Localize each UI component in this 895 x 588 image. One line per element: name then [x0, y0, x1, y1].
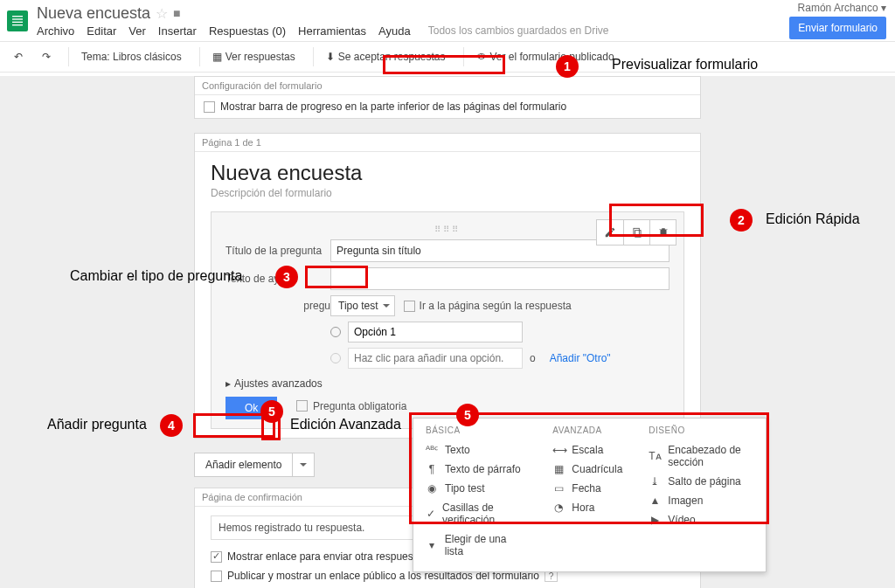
- eye-icon: 👁: [476, 51, 487, 63]
- form-description[interactable]: Descripción del formulario: [211, 187, 684, 199]
- toolbar: ↶ ↷ Tema: Libros clásicos ▦ Ver respuest…: [0, 42, 895, 73]
- adv-icon-3: ◔: [552, 502, 565, 514]
- help-text-input[interactable]: [330, 267, 670, 290]
- accepting-responses-button[interactable]: ⬇ Se aceptan respuestas: [313, 47, 453, 66]
- folder-icon[interactable]: ■: [173, 6, 180, 20]
- view-live-label: Ver el formulario publicado: [490, 51, 614, 63]
- adv-icon-1: ▦: [552, 463, 565, 475]
- edit-button[interactable]: [597, 220, 623, 245]
- add-other-prefix: o: [530, 352, 536, 364]
- menu-item-adv-3[interactable]: ◔Hora: [552, 498, 622, 517]
- question-type-label-cut: pregu: [225, 300, 330, 312]
- progress-bar-label: Mostrar barra de progreso en la parte in…: [220, 100, 566, 113]
- anno-add-question: Añadir pregunta: [47, 417, 147, 432]
- star-icon[interactable]: ☆: [156, 5, 168, 22]
- advanced-label: Ajustes avanzados: [234, 377, 323, 390]
- adv-icon-0: ⟷: [552, 444, 565, 456]
- menu-item-design-3[interactable]: ▶Vídeo: [649, 510, 753, 529]
- page-label: Página 1 de 1: [195, 134, 700, 152]
- send-form-header-button[interactable]: Enviar formulario: [789, 17, 886, 39]
- option-radio-add[interactable]: [330, 353, 341, 363]
- anno-quick-edit: Edición Rápida: [766, 211, 860, 227]
- show-link-label: Mostrar enlace para enviar otra respuest…: [227, 550, 422, 563]
- menu-item-basic-1[interactable]: ¶Texto de párrafo: [426, 460, 526, 479]
- element-type-menu: BÁSICA ᴬᴮᶜTexto¶Texto de párrafo◉Tipo te…: [413, 418, 767, 572]
- option-input-1[interactable]: [348, 322, 523, 342]
- menu-item-basic-2[interactable]: ◉Tipo test: [426, 479, 526, 498]
- question-card: ⠿⠿⠿ Título de la pregunta Texto de ayuda…: [211, 211, 684, 429]
- adv-label-2: Fecha: [572, 482, 600, 495]
- design-header: DISEÑO: [649, 425, 753, 435]
- svg-rect-1: [12, 18, 23, 19]
- menu-bar: Archivo Editar Ver Insertar Respuestas (…: [37, 24, 609, 38]
- design-label-0: Encabezado de sección: [668, 444, 753, 468]
- goto-page-label: Ir a la página según la respuesta: [420, 300, 572, 312]
- canvas: Configuración del formulario Mostrar bar…: [0, 76, 895, 588]
- basic-label-2: Tipo test: [445, 482, 485, 495]
- view-responses-label: Ver respuestas: [225, 51, 295, 63]
- svg-rect-5: [633, 228, 638, 235]
- menu-item-basic-0[interactable]: ᴬᴮᶜTexto: [426, 440, 526, 460]
- advanced-header: AVANZADA: [552, 425, 622, 435]
- menu-herramientas[interactable]: Herramientas: [298, 24, 366, 38]
- add-element-dropdown-arrow[interactable]: [292, 453, 314, 476]
- config-header: Configuración del formulario: [195, 77, 700, 95]
- menu-item-adv-0[interactable]: ⟷Escala: [552, 440, 622, 460]
- doc-title[interactable]: Nueva encuesta ☆ ■: [37, 4, 609, 23]
- adv-label-1: Cuadrícula: [572, 463, 622, 475]
- view-live-form-button[interactable]: 👁 Ver el formulario publicado: [463, 47, 621, 66]
- app-header: Nueva encuesta ☆ ■ Archivo Editar Ver In…: [0, 0, 895, 42]
- option-radio-1[interactable]: [330, 327, 341, 337]
- menu-item-adv-1[interactable]: ▦Cuadrícula: [552, 460, 622, 479]
- option-input-add[interactable]: [348, 348, 523, 369]
- menu-item-design-0[interactable]: TᴀEncabezado de sección: [649, 440, 753, 472]
- basic-header: BÁSICA: [426, 425, 526, 435]
- basic-icon-4: ▾: [426, 539, 438, 551]
- menu-col-advanced: AVANZADA ⟷Escala▦Cuadrícula▭Fecha◔Hora: [552, 425, 622, 561]
- question-type-dropdown[interactable]: Tipo test: [330, 295, 395, 316]
- menu-ver[interactable]: Ver: [128, 24, 146, 38]
- menu-item-design-2[interactable]: ▲Imagen: [649, 491, 753, 510]
- basic-icon-1: ¶: [426, 463, 438, 475]
- design-icon-0: Tᴀ: [649, 450, 661, 462]
- form-title[interactable]: Nueva encuesta: [211, 161, 684, 185]
- menu-insertar[interactable]: Insertar: [158, 24, 197, 38]
- menu-col-basic: BÁSICA ᴬᴮᶜTexto¶Texto de párrafo◉Tipo te…: [426, 425, 526, 561]
- design-label-1: Salto de página: [668, 475, 740, 488]
- show-link-checkbox[interactable]: [211, 551, 222, 563]
- config-panel: Configuración del formulario Mostrar bar…: [194, 76, 701, 119]
- design-label-2: Imagen: [668, 495, 703, 507]
- menu-editar[interactable]: Editar: [87, 24, 116, 38]
- add-element-button[interactable]: Añadir elemento: [194, 453, 315, 477]
- basic-label-4: Elegir de una lista: [445, 533, 527, 557]
- question-type-value: Tipo test: [338, 300, 378, 312]
- menu-item-basic-4[interactable]: ▾Elegir de una lista: [426, 529, 526, 561]
- menu-item-basic-3[interactable]: ✓Casillas de verificación: [426, 498, 526, 529]
- duplicate-button[interactable]: [623, 220, 649, 245]
- menu-item-design-1[interactable]: ⤓Salto de página: [649, 472, 753, 491]
- basic-label-0: Texto: [445, 444, 470, 456]
- redo-button[interactable]: ↷: [35, 47, 58, 66]
- menu-archivo[interactable]: Archivo: [37, 24, 74, 38]
- design-icon-2: ▲: [649, 495, 661, 507]
- progress-bar-checkbox[interactable]: [204, 101, 215, 113]
- menu-respuestas[interactable]: Respuestas (0): [209, 24, 286, 38]
- anno-change-type: Cambiar el tipo de pregunta: [70, 268, 242, 284]
- required-label: Pregunta obligatoria: [313, 400, 406, 412]
- goto-page-checkbox[interactable]: [404, 301, 415, 312]
- delete-button[interactable]: [649, 220, 676, 245]
- basic-label-3: Casillas de verificación: [442, 502, 526, 526]
- menu-ayuda[interactable]: Ayuda: [378, 24, 411, 38]
- question-title-label: Título de la pregunta: [225, 245, 330, 257]
- undo-button[interactable]: ↶: [7, 47, 30, 66]
- design-icon-1: ⤓: [649, 475, 661, 488]
- view-responses-button[interactable]: ▦ Ver respuestas: [199, 47, 302, 66]
- menu-col-design: DISEÑO TᴀEncabezado de sección⤓Salto de …: [649, 425, 753, 561]
- add-other-link[interactable]: Añadir "Otro": [550, 352, 611, 364]
- required-checkbox[interactable]: [296, 400, 308, 412]
- publish-results-checkbox[interactable]: [211, 571, 222, 582]
- theme-button[interactable]: Tema: Libros clásicos: [68, 47, 189, 66]
- user-name[interactable]: Ramón Archanco ▾: [789, 2, 886, 14]
- menu-item-adv-2[interactable]: ▭Fecha: [552, 479, 622, 498]
- advanced-settings-toggle[interactable]: ▸ Ajustes avanzados: [225, 377, 670, 390]
